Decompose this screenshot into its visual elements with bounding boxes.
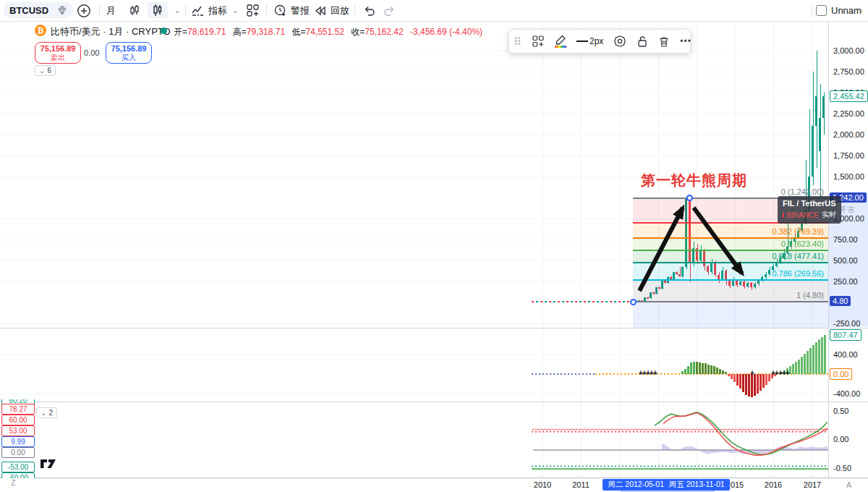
candle-body <box>772 266 774 270</box>
more-options-button[interactable]: ••• <box>675 31 697 51</box>
hist-bar <box>745 374 747 395</box>
line-width-button[interactable]: 2px <box>571 31 608 51</box>
hist-bar <box>710 365 712 374</box>
tooltip-status: 实时 <box>822 210 836 220</box>
fib-anchor-start[interactable] <box>630 299 637 305</box>
hist-bar <box>768 374 770 381</box>
year-tick[interactable]: 2010 <box>534 480 551 489</box>
alert-button[interactable]: 警报 <box>273 0 310 21</box>
color-picker-button[interactable] <box>550 31 571 51</box>
redo-button[interactable] <box>383 0 396 21</box>
interval-button[interactable]: 月 <box>106 0 116 21</box>
buy-label: 买入 <box>122 54 136 62</box>
fib-retracement-drawing[interactable]: 0 (1,242.00)0.382 (769.39)0.5 (623.40)0.… <box>633 0 828 492</box>
bottom-indicators-collapse-chip[interactable]: ⌄ 2 <box>36 407 57 418</box>
cross-marker: + <box>786 370 790 377</box>
hist-bar <box>762 374 765 388</box>
indicators-dropdown[interactable]: ⌄ <box>230 0 238 21</box>
settings-button[interactable] <box>608 31 631 51</box>
buy-button[interactable]: 75,156.89 买入 <box>106 42 152 64</box>
price-tick: 750.00 <box>833 235 858 244</box>
candle-body <box>641 300 643 302</box>
gear-icon <box>613 35 626 48</box>
fib-anchor-end[interactable] <box>686 195 693 201</box>
sell-button[interactable]: 75,156.89 卖出 <box>35 42 81 64</box>
chart-style-hollow-button[interactable] <box>127 0 142 21</box>
cycle-annotation-text[interactable]: 第一轮牛熊周期 <box>641 171 747 190</box>
left-price-label: 0.00 <box>1 447 35 458</box>
year-tick[interactable]: 2011 <box>572 480 590 489</box>
left-price-label: -53.00 <box>1 462 35 472</box>
hist-bar <box>798 360 800 374</box>
fib-level-line <box>633 237 828 239</box>
layout-grid-button[interactable] <box>246 0 260 21</box>
hist-bar <box>742 374 744 392</box>
collapse-count: 6 <box>47 67 51 75</box>
plus-circle-icon <box>77 4 91 18</box>
corner-letter-a[interactable]: A <box>846 480 851 489</box>
chart-style-dropdown[interactable]: ⌄ <box>172 0 180 21</box>
undo-button[interactable] <box>362 0 375 21</box>
toolbar-separator <box>354 4 355 17</box>
pane-separator[interactable] <box>0 328 868 328</box>
candle-body <box>732 280 734 286</box>
toolbar-drag-handle[interactable]: •• •• •• <box>509 31 527 51</box>
candle-body <box>676 272 678 273</box>
hist-bar <box>807 351 809 374</box>
sell-price: 75,156.89 <box>41 44 76 53</box>
symbol-search-box[interactable]: BTCUSD <box>4 2 73 18</box>
alert-clock-icon <box>273 4 287 17</box>
lock-button[interactable] <box>631 31 653 51</box>
pane-separator[interactable] <box>0 402 868 402</box>
chart-style-selected-button[interactable] <box>148 2 168 18</box>
hist-bar <box>699 362 701 374</box>
bull-arrow <box>639 208 683 291</box>
left-price-label: 60.00 <box>1 415 35 425</box>
indicators-button[interactable]: 指标 <box>191 0 227 21</box>
watchlist-title: Unnamed <box>831 5 862 16</box>
grid-hline <box>0 355 828 355</box>
early-price-dashed-line <box>532 301 631 302</box>
time-axis[interactable]: 20102011201520162017 周二 2012-05-01 周五 20… <box>0 478 868 492</box>
spread-value: 0.00 <box>84 48 99 57</box>
tradingview-logo-icon[interactable] <box>40 457 57 470</box>
replay-button[interactable]: 回放 <box>314 0 349 21</box>
main-indicators-collapse-chip[interactable]: ⌄ 6 <box>35 65 56 76</box>
drawing-toolbar: •• •• •• 2px ••• <box>509 29 691 54</box>
watchlist-header[interactable]: Unnamed <box>816 0 862 21</box>
checkbox-icon[interactable] <box>816 5 827 16</box>
pencil-icon <box>555 35 566 45</box>
hist-bar <box>792 364 794 374</box>
open-label: 开 <box>174 27 182 37</box>
hist-bar <box>757 374 759 394</box>
hist-bar <box>815 342 817 374</box>
template-button[interactable] <box>527 31 550 51</box>
cross-marker: + <box>750 370 754 377</box>
hist-tick: 400.00 <box>833 350 858 359</box>
range-end-date: 周五 2013-11-01 <box>669 480 725 490</box>
candle-body <box>725 271 727 281</box>
grid-layout-icon <box>246 4 260 17</box>
compare-add-button[interactable] <box>77 0 91 21</box>
year-tick[interactable]: 2016 <box>765 480 782 489</box>
fib-level-label: 0.786 (269.56) <box>772 269 824 278</box>
hist-bar <box>713 366 715 374</box>
candle-body <box>728 281 731 286</box>
grid-hline <box>0 219 828 219</box>
grid-hline <box>0 394 828 394</box>
candle-body <box>652 292 655 294</box>
candle-body <box>689 199 691 262</box>
hist-bar <box>696 362 698 374</box>
candle-body <box>696 248 698 260</box>
range-start-date: 周二 2012-05-01 <box>608 480 664 490</box>
gem-icon[interactable] <box>57 5 67 15</box>
delete-button[interactable] <box>653 31 675 51</box>
hist-baseline-blue <box>532 373 595 375</box>
grid-vline <box>658 22 659 478</box>
candle-body <box>812 126 814 177</box>
top-toolbar: BTCUSD 月 ⌄ 指标 ⌄ 警报 回放 Unnamed <box>0 0 868 22</box>
year-tick[interactable]: 2017 <box>804 480 821 489</box>
fib-level-line <box>633 250 828 251</box>
low-value: 74,551.52 <box>306 27 344 37</box>
symbol-title[interactable]: 比特币/美元 · 1月 · CRYPTO <box>51 25 171 38</box>
